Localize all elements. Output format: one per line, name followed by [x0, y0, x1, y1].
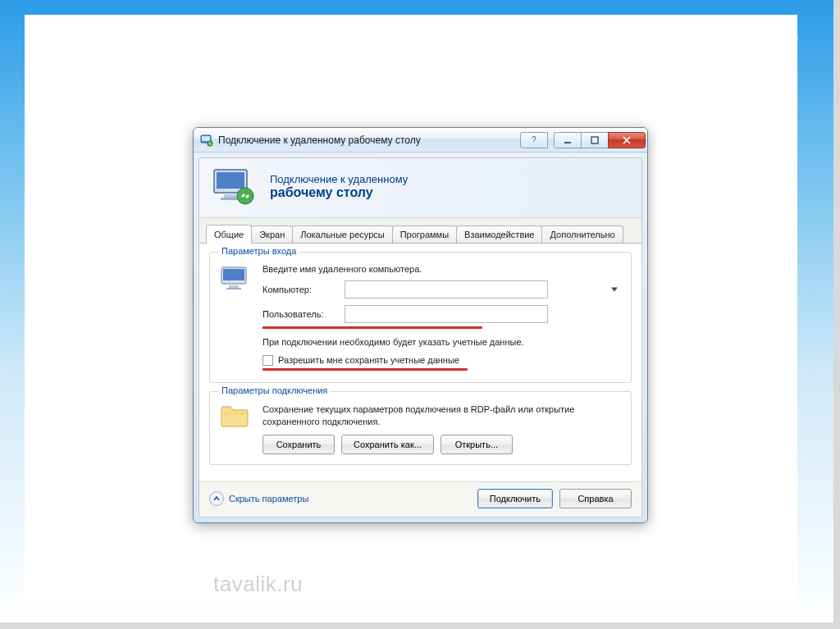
svg-point-2	[208, 140, 212, 145]
header-banner: Подключение к удаленному рабочему столу	[199, 158, 641, 218]
computer-label: Компьютер:	[262, 285, 338, 294]
svg-rect-6	[217, 172, 244, 189]
hide-parameters-link[interactable]: Скрыть параметры	[209, 491, 308, 506]
window-controls: ?	[521, 132, 646, 148]
folder-icon	[220, 403, 249, 428]
rdp-app-icon	[200, 134, 213, 147]
tab-display[interactable]: Экран	[251, 226, 293, 243]
close-button[interactable]	[608, 132, 646, 148]
tab-experience[interactable]: Взаимодействие	[456, 226, 542, 243]
save-button[interactable]: Сохранить	[262, 435, 335, 454]
banner-text: Подключение к удаленному рабочему столу	[270, 173, 408, 200]
slide-title: подключения к серверу посредством удален…	[0, 0, 833, 99]
group-login-legend: Параметры входа	[218, 246, 299, 256]
highlight-checkbox	[262, 368, 468, 371]
svg-rect-3	[564, 142, 571, 144]
svg-rect-4	[591, 137, 598, 144]
svg-rect-1	[202, 136, 210, 141]
help-footer-button[interactable]: Справка	[559, 489, 632, 508]
open-button[interactable]: Открыть...	[441, 435, 513, 454]
computer-combo[interactable]	[345, 280, 621, 299]
banner-monitor-icon	[212, 166, 258, 206]
svg-point-9	[237, 188, 253, 204]
svg-rect-11	[223, 269, 244, 280]
svg-rect-13	[226, 288, 241, 289]
tab-strip: Общие Экран Локальные ресурсы Программы …	[199, 218, 641, 244]
banner-line1: Подключение к удаленному	[270, 173, 408, 185]
dialog-footer: Скрыть параметры Подключить Справка	[199, 481, 641, 517]
rdp-window: Подключение к удаленному рабочему столу …	[193, 127, 648, 523]
banner-line2: рабочему столу	[270, 185, 408, 200]
connection-text: Сохранение текущих параметров подключени…	[262, 403, 621, 428]
help-button[interactable]: ?	[520, 132, 548, 148]
group-connection: Параметры подключения Сохранение текущих…	[209, 391, 632, 465]
tab-programs[interactable]: Программы	[392, 226, 457, 243]
connect-button[interactable]: Подключить	[477, 489, 553, 508]
tab-advanced[interactable]: Дополнительно	[541, 226, 623, 243]
tab-general-panel: Параметры входа Введите имя удаленного к…	[199, 244, 641, 481]
titlebar[interactable]: Подключение к удаленному рабочему столу …	[194, 128, 647, 153]
maximize-button[interactable]	[581, 132, 609, 148]
tab-general[interactable]: Общие	[206, 225, 252, 244]
client-area: Подключение к удаленному рабочему столу …	[199, 157, 642, 517]
chevron-down-icon	[611, 288, 618, 292]
group-connection-legend: Параметры подключения	[218, 385, 331, 395]
hide-parameters-label: Скрыть параметры	[229, 494, 308, 504]
minimize-button[interactable]	[554, 132, 582, 148]
monitor-icon	[220, 264, 256, 299]
watermark: tavalik.ru	[213, 572, 303, 597]
login-hint: Введите имя удаленного компьютера.	[262, 264, 621, 274]
user-label: Пользователь:	[262, 309, 338, 319]
svg-rect-12	[229, 285, 239, 288]
save-credentials-checkbox[interactable]	[262, 355, 273, 366]
collapse-arrow-icon	[209, 491, 224, 506]
svg-rect-7	[224, 194, 237, 198]
save-as-button[interactable]: Сохранить как...	[341, 435, 434, 454]
login-note: При подключении необходимо будет указать…	[262, 336, 621, 349]
user-input[interactable]	[345, 305, 548, 323]
slide: подключения к серверу посредством удален…	[0, 0, 840, 629]
computer-input[interactable]	[345, 280, 548, 299]
tab-local-resources[interactable]: Локальные ресурсы	[292, 226, 392, 243]
highlight-user	[262, 326, 482, 329]
save-credentials-label: Разрешить мне сохранять учетные данные	[278, 355, 459, 365]
group-login: Параметры входа Введите имя удаленного к…	[209, 252, 632, 383]
window-title: Подключение к удаленному рабочему столу	[218, 134, 521, 146]
